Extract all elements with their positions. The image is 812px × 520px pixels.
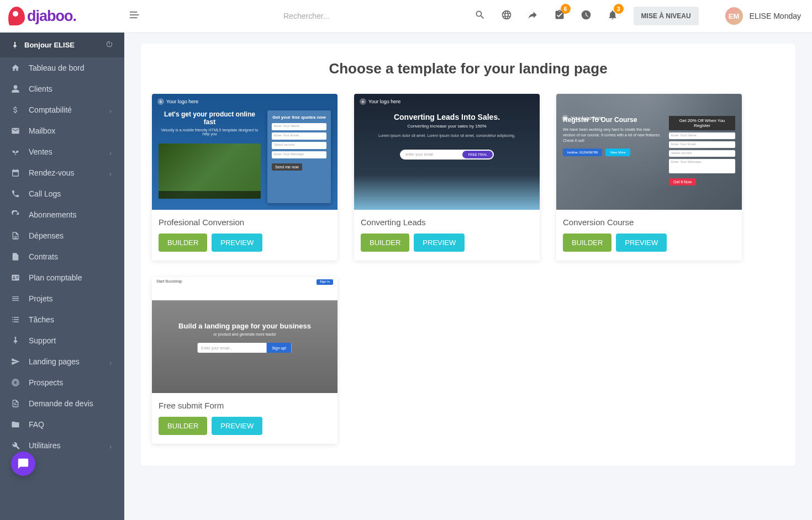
- thumb-textarea: Enter Your Message...: [669, 159, 735, 173]
- thumb-brand: Start Bootstrap: [156, 279, 182, 285]
- thumb-input: Enter Your Email...: [669, 141, 735, 148]
- user-block[interactable]: EM ELISE Monday: [725, 7, 801, 25]
- bars-icon: [10, 294, 21, 303]
- sidebar-item-projects[interactable]: Projets: [0, 288, 124, 309]
- bell-badge: 3: [614, 4, 624, 14]
- calendar-icon: [10, 168, 21, 177]
- sidebar-item-label: Comptabilité: [29, 105, 108, 114]
- power-icon[interactable]: [106, 40, 113, 50]
- main: Choose a template for your landing page …: [124, 33, 812, 477]
- sidebar-item-label: Mailbox: [29, 126, 113, 135]
- search-input[interactable]: [283, 12, 449, 20]
- sidebar-item-label: Ventes: [29, 147, 108, 156]
- share-icon[interactable]: [528, 9, 539, 23]
- sidebar-item-faq[interactable]: FAQ: [0, 414, 124, 435]
- template-card: Your logo here Let's get your product on…: [152, 94, 338, 261]
- template-name: Profesional Conversion: [159, 217, 331, 227]
- thumb-topbar: Start Bootstrap Sign in: [152, 277, 338, 287]
- page-title: Choose a template for your landing page: [152, 60, 784, 77]
- sidebar-item-label: Utilitaires: [29, 441, 108, 450]
- template-thumbnail: Start Bootstrap Sign in Build a landing …: [152, 277, 338, 393]
- sidebar-item-support[interactable]: Support: [0, 330, 124, 351]
- bell-icon[interactable]: 3: [607, 9, 618, 23]
- thumb-headline: Converting Leads Into Sales.: [371, 113, 523, 121]
- brand-name: djaboo.: [27, 8, 76, 25]
- sidebar-item-contracts[interactable]: Contrats: [0, 246, 124, 267]
- sidebar-item-landing[interactable]: Landing pages: [0, 351, 124, 372]
- builder-button[interactable]: BUILDER: [159, 417, 207, 435]
- pin-icon: [11, 41, 19, 49]
- sidebar-item-label: Tâches: [29, 315, 113, 324]
- builder-button[interactable]: BUILDER: [361, 234, 409, 252]
- preview-button[interactable]: PREVIEW: [414, 234, 465, 252]
- template-card: Start Bootstrap Sign in Build a landing …: [152, 277, 338, 444]
- menu-toggle-icon[interactable]: [130, 10, 140, 23]
- svg-rect-0: [130, 12, 138, 13]
- chat-bubble[interactable]: [11, 452, 35, 476]
- sidebar-greeting: Bonjour ELISE: [0, 33, 124, 57]
- preview-button[interactable]: PREVIEW: [212, 417, 262, 435]
- sidebar-item-tasks[interactable]: Tâches: [0, 309, 124, 330]
- thumb-signin: Sign in: [317, 279, 333, 285]
- sidebar-item-chart[interactable]: Plan comptable: [0, 267, 124, 288]
- sidebar-item-calllogs[interactable]: Call Logs: [0, 183, 124, 204]
- mail-icon: [10, 126, 21, 135]
- sidebar-item-expenses[interactable]: Dépenses: [0, 225, 124, 246]
- preview-button[interactable]: PREVIEW: [212, 234, 262, 252]
- clock-icon[interactable]: [581, 9, 592, 23]
- sidebar-item-label: Call Logs: [29, 189, 113, 198]
- thumb-submit: Get It Now: [669, 178, 696, 185]
- thumb-logo: Your logo here: [360, 98, 400, 105]
- thumb-input: Enter Your Message: [272, 151, 326, 158]
- chevron-right-icon: [108, 443, 113, 448]
- sidebar-item-label: Abonnements: [29, 210, 113, 219]
- chevron-right-icon: [108, 107, 113, 113]
- svg-rect-2: [130, 17, 138, 18]
- search-wrap: [140, 12, 474, 20]
- sidebar-item-label: Dépenses: [29, 231, 113, 240]
- template-name: Free submit Form: [159, 401, 331, 410]
- svg-rect-1: [130, 14, 139, 15]
- thumb-desc: We have been working very hard to create…: [563, 127, 662, 143]
- idcard-icon: [10, 273, 21, 282]
- preview-button[interactable]: PREVIEW: [616, 234, 667, 252]
- chevron-right-icon: [108, 149, 113, 155]
- thumb-headline: Build a landing page for your business: [171, 322, 319, 330]
- sidebar-item-quotes[interactable]: Demande de devis: [0, 393, 124, 414]
- sidebar-item-mailbox[interactable]: Mailbox: [0, 120, 124, 141]
- thumb-input-group: Enter your email... Sign up!: [198, 343, 292, 353]
- sidebar-item-appointments[interactable]: Rendez-vous: [0, 162, 124, 183]
- user-name: ELISE Monday: [750, 12, 801, 20]
- thumb-input: Enter Your Name...: [272, 123, 326, 130]
- globe-icon[interactable]: [501, 9, 512, 23]
- sidebar-item-label: Clients: [29, 84, 113, 93]
- builder-button[interactable]: BUILDER: [563, 234, 611, 252]
- folder-icon: [10, 420, 21, 429]
- template-name: Converting Leads: [361, 217, 533, 227]
- check-badge: 6: [561, 4, 571, 14]
- sidebar-item-subscriptions[interactable]: Abonnements: [0, 204, 124, 225]
- sidebar-item-label: Support: [29, 336, 113, 345]
- send-icon: [10, 357, 21, 366]
- dollar-icon: [10, 105, 21, 114]
- thumb-pill-placeholder: enter your email: [401, 152, 462, 156]
- upgrade-button[interactable]: MISE À NIVEAU: [634, 7, 699, 25]
- template-thumbnail: Your logo here Let's get your product on…: [152, 94, 338, 210]
- check-icon[interactable]: 6: [554, 9, 565, 23]
- thumb-headline: Let's get your product online fast: [159, 110, 261, 126]
- file-icon: [10, 252, 21, 261]
- thumb-form-title: Get your free quotes now: [272, 115, 326, 120]
- sidebar-item-prospects[interactable]: Prospects: [0, 372, 124, 393]
- sidebar-item-label: Plan comptable: [29, 273, 113, 282]
- thumb-viewmore: View More: [605, 148, 630, 156]
- thumb-desc: Lorem ipsum dolor sit amet. Lorem ipsum …: [371, 133, 523, 139]
- template-card: Your logo here Register To Our Course We…: [556, 94, 742, 261]
- builder-button[interactable]: BUILDER: [159, 234, 207, 252]
- search-icon[interactable]: [474, 9, 486, 23]
- sidebar-item-clients[interactable]: Clients: [0, 78, 124, 99]
- thumb-input: Select service: [272, 142, 326, 149]
- sidebar-item-accounting[interactable]: Comptabilité: [0, 99, 124, 120]
- sidebar-item-dashboard[interactable]: Tableau de bord: [0, 57, 124, 78]
- sidebar-item-sales[interactable]: Ventes: [0, 141, 124, 162]
- sidebar-item-label: Projets: [29, 294, 113, 303]
